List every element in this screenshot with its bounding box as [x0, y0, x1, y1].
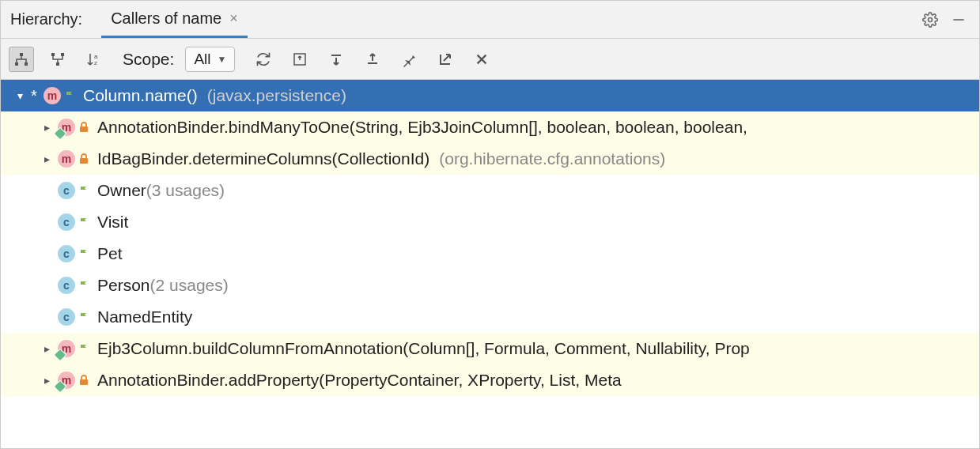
public-icon — [78, 217, 89, 228]
node-label: Owner — [97, 181, 146, 200]
svg-rect-3 — [15, 62, 18, 66]
tree-node[interactable]: cPerson(2 usages) — [1, 270, 979, 301]
sort-alpha-button[interactable]: az — [81, 47, 107, 72]
refresh-button[interactable] — [251, 47, 276, 72]
node-label: AnnotationBinder.bindManyToOne(String, E… — [97, 118, 747, 137]
star-icon: * — [31, 87, 42, 105]
svg-rect-2 — [20, 53, 23, 56]
node-label: Visit — [97, 213, 128, 232]
node-package: (javax.persistence) — [207, 86, 346, 105]
node-usages: (2 usages) — [150, 276, 229, 295]
toolbar: az Scope: All ▼ — [1, 39, 979, 80]
callee-hierarchy-button[interactable] — [45, 47, 70, 72]
lock-icon — [78, 375, 89, 386]
class-icon: c — [58, 308, 75, 326]
node-label: IdBagBinder.determineColumns(CollectionI… — [97, 149, 429, 168]
node-package: (org.hibernate.cfg.annotations) — [439, 149, 665, 168]
public-icon — [78, 185, 89, 196]
method-icon: m — [44, 87, 61, 104]
class-icon: c — [58, 277, 75, 294]
minimize-icon[interactable] — [948, 9, 970, 31]
public-icon — [78, 280, 89, 291]
svg-rect-11 — [80, 126, 88, 132]
collapse-all-button[interactable] — [360, 47, 385, 72]
node-label: AnnotationBinder.addProperty(PropertyCon… — [97, 371, 622, 390]
svg-rect-1 — [953, 19, 963, 21]
svg-rect-7 — [61, 53, 64, 56]
public-icon — [64, 90, 75, 101]
panel-title: Hierarchy: — [10, 10, 82, 28]
scope-value: All — [194, 51, 210, 68]
panel-header: Hierarchy: Callers of name × — [1, 1, 979, 39]
class-icon: c — [58, 213, 75, 231]
method-icon: m — [58, 150, 75, 168]
class-icon: c — [58, 182, 75, 199]
public-icon — [78, 311, 89, 323]
export-button[interactable] — [433, 47, 458, 72]
tab-label: Callers of name — [111, 9, 221, 28]
svg-rect-6 — [51, 53, 55, 56]
chevron-down-icon: ▼ — [218, 54, 227, 65]
chevron-down-icon[interactable]: ▾ — [13, 89, 26, 102]
method-icon: m — [58, 340, 75, 357]
tree-node[interactable]: cPet — [1, 238, 979, 270]
tab-callers[interactable]: Callers of name × — [101, 1, 248, 38]
caller-hierarchy-button[interactable] — [9, 47, 34, 72]
svg-rect-5 — [56, 62, 59, 66]
tree-node[interactable]: cOwner(3 usages) — [1, 175, 979, 206]
scope-select[interactable]: All ▼ — [185, 47, 235, 72]
autoscroll-button[interactable] — [287, 47, 312, 72]
node-usages: (3 usages) — [146, 181, 225, 200]
public-icon — [78, 248, 89, 259]
public-icon — [78, 343, 89, 354]
chevron-right-icon[interactable]: ▸ — [40, 374, 53, 387]
node-label: Column.name() — [83, 86, 198, 105]
scope-label: Scope: — [123, 50, 174, 69]
svg-rect-4 — [25, 62, 28, 66]
tree-node[interactable]: cVisit — [1, 206, 979, 238]
node-label: NamedEntity — [97, 308, 192, 326]
close-button[interactable] — [469, 47, 494, 72]
tree-node[interactable]: ▸mAnnotationBinder.bindManyToOne(String,… — [1, 111, 979, 143]
method-icon: m — [58, 372, 75, 389]
svg-rect-12 — [80, 158, 88, 164]
tree-node[interactable]: cNamedEntity — [1, 301, 979, 333]
svg-point-0 — [929, 17, 933, 21]
gear-icon[interactable] — [919, 9, 941, 31]
node-label: Pet — [97, 244, 123, 263]
close-icon[interactable]: × — [229, 10, 238, 27]
svg-rect-13 — [80, 379, 88, 385]
class-icon: c — [58, 245, 75, 262]
chevron-right-icon[interactable]: ▸ — [40, 121, 53, 134]
hierarchy-tree[interactable]: ▾ * m Column.name() (javax.persistence) … — [1, 80, 979, 396]
tree-node[interactable]: ▸mAnnotationBinder.addProperty(PropertyC… — [1, 364, 979, 396]
tree-root[interactable]: ▾ * m Column.name() (javax.persistence) — [1, 80, 979, 111]
tree-node[interactable]: ▸mIdBagBinder.determineColumns(Collectio… — [1, 143, 979, 175]
chevron-right-icon[interactable]: ▸ — [40, 153, 53, 165]
method-icon: m — [58, 119, 75, 136]
chevron-right-icon[interactable]: ▸ — [40, 342, 53, 355]
lock-icon — [78, 153, 89, 164]
expand-all-button[interactable] — [324, 47, 349, 72]
node-label: Ejb3Column.buildColumnFromAnnotation(Col… — [97, 339, 750, 358]
node-label: Person — [97, 276, 150, 295]
pin-button[interactable] — [396, 47, 422, 72]
tree-node[interactable]: ▸mEjb3Column.buildColumnFromAnnotation(C… — [1, 333, 979, 364]
lock-icon — [78, 122, 89, 133]
svg-text:z: z — [94, 59, 97, 66]
